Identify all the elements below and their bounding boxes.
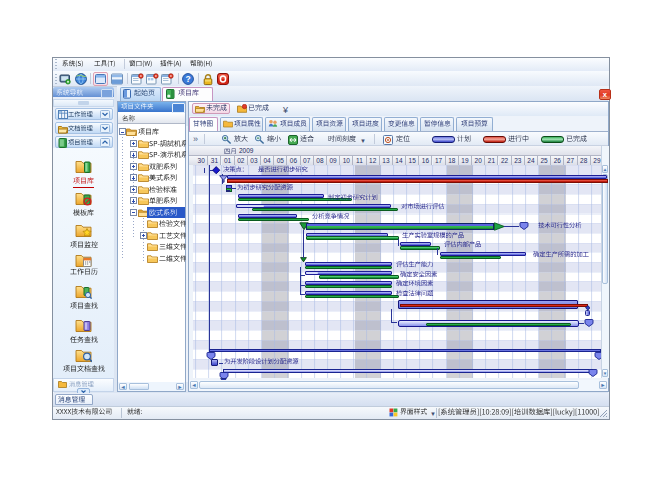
svg-text:?: ? — [185, 74, 190, 84]
